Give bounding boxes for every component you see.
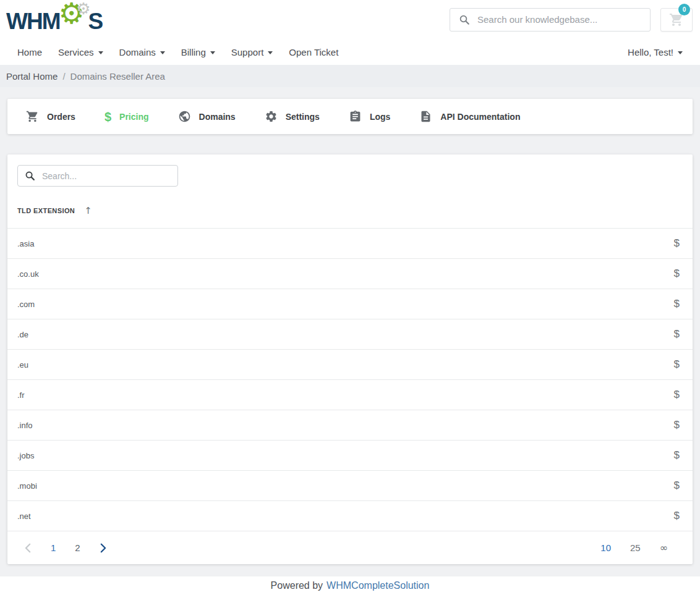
nav-item-domains[interactable]: Domains: [119, 47, 165, 57]
tld-label: .net: [17, 512, 31, 521]
breadcrumb-current: Domains Reseller Area: [70, 71, 165, 82]
cart-icon: [26, 110, 39, 123]
pagination: 1 2 10 25 ∞: [7, 531, 693, 564]
table-row[interactable]: .co.uk $: [7, 258, 693, 289]
table-row[interactable]: .jobs $: [7, 440, 693, 470]
nav-item-support[interactable]: Support: [231, 47, 273, 57]
chevron-down-icon: [678, 51, 683, 54]
module-tab-bar: Orders $ Pricing Domains Settings Logs: [7, 99, 693, 134]
tab-label: Logs: [370, 112, 390, 122]
tld-label: .com: [17, 300, 35, 309]
gray-gear-icon: ⚙: [76, 1, 90, 17]
document-icon: [419, 110, 432, 123]
whmcompletesolution-link[interactable]: WHMCompleteSolution: [327, 580, 429, 591]
tld-label: .mobi: [17, 481, 37, 491]
table-search: [17, 165, 178, 187]
dollar-icon: $: [105, 111, 111, 123]
page-number-1[interactable]: 1: [51, 542, 56, 553]
previous-page-button[interactable]: [25, 543, 32, 553]
user-menu-label: Hello, Test!: [628, 47, 673, 57]
tld-label: .eu: [17, 360, 28, 369]
whmcs-logo[interactable]: WHM ⚙ ⚙ S: [6, 6, 102, 38]
dollar-icon[interactable]: $: [674, 510, 680, 522]
user-menu[interactable]: Hello, Test!: [628, 47, 683, 57]
tab-label: Settings: [286, 112, 320, 122]
dollar-icon[interactable]: $: [674, 298, 680, 310]
page-size-all[interactable]: ∞: [660, 542, 668, 554]
pricing-table-card: TLD EXTENSION ↑ .asia $ .co.uk $ .com $ …: [7, 154, 693, 564]
chevron-down-icon: [98, 51, 103, 54]
dollar-icon[interactable]: $: [674, 268, 680, 280]
column-header-label: TLD EXTENSION: [17, 207, 75, 214]
tab-domains[interactable]: Domains: [178, 110, 236, 123]
nav-item-services[interactable]: Services: [58, 47, 103, 57]
tab-label: API Documentation: [440, 112, 520, 122]
search-icon: [459, 14, 470, 25]
table-row[interactable]: .asia $: [7, 228, 693, 258]
dollar-icon[interactable]: $: [674, 237, 680, 250]
dollar-icon[interactable]: $: [674, 419, 680, 431]
logo-text-prefix: WHM: [6, 9, 59, 35]
table-row[interactable]: .de $: [7, 319, 693, 349]
nav-item-open-ticket[interactable]: Open Ticket: [289, 47, 338, 57]
table-row[interactable]: .info $: [7, 410, 693, 440]
main-nav: Home Services Domains Billing Support Op…: [0, 39, 700, 65]
dollar-icon[interactable]: $: [674, 479, 680, 492]
tab-api-documentation[interactable]: API Documentation: [419, 110, 520, 123]
breadcrumb-separator: /: [62, 71, 65, 82]
header-top: WHM ⚙ ⚙ S 0: [0, 0, 700, 39]
cart-button[interactable]: 0: [660, 8, 693, 32]
table-row[interactable]: .net $: [7, 500, 693, 531]
nav-item-home[interactable]: Home: [17, 47, 42, 57]
chevron-down-icon: [268, 51, 273, 54]
nav-item-billing[interactable]: Billing: [181, 47, 215, 57]
tld-label: .info: [17, 421, 33, 430]
next-page-button[interactable]: [100, 543, 106, 553]
cart-count-badge: 0: [678, 4, 690, 15]
tld-label: .jobs: [17, 451, 34, 460]
chevron-right-icon: [100, 543, 106, 553]
tld-label: .co.uk: [17, 269, 39, 279]
page-number-2[interactable]: 2: [75, 542, 80, 553]
dollar-icon[interactable]: $: [674, 358, 680, 371]
page-size-10[interactable]: 10: [600, 542, 611, 553]
column-header-tld-extension[interactable]: TLD EXTENSION ↑: [17, 205, 683, 228]
tab-logs[interactable]: Logs: [349, 110, 390, 123]
knowledgebase-search-input[interactable]: [477, 14, 641, 25]
tab-label: Pricing: [119, 112, 148, 122]
table-search-input[interactable]: [42, 171, 171, 181]
dollar-icon[interactable]: $: [674, 328, 680, 340]
tld-label: .de: [17, 330, 28, 339]
header: WHM ⚙ ⚙ S 0 Home Services: [0, 0, 700, 65]
tab-label: Orders: [47, 112, 75, 122]
pagination-page-sizes: 10 25 ∞: [600, 542, 668, 554]
pagination-pages: 1 2: [25, 542, 106, 553]
chevron-down-icon: [210, 51, 215, 54]
tld-label: .fr: [17, 390, 25, 400]
gear-icon: [265, 110, 278, 123]
chevron-left-icon: [25, 543, 32, 553]
logo-gears: ⚙ ⚙: [59, 6, 88, 38]
globe-icon: [178, 110, 191, 123]
search-icon: [25, 171, 35, 181]
chevron-down-icon: [160, 51, 165, 54]
sort-ascending-icon: ↑: [84, 205, 92, 216]
knowledgebase-search: [450, 8, 651, 32]
table-row[interactable]: .eu $: [7, 349, 693, 379]
tab-settings[interactable]: Settings: [265, 110, 320, 123]
table-row[interactable]: .com $: [7, 289, 693, 319]
tab-pricing[interactable]: $ Pricing: [105, 111, 149, 123]
tld-label: .asia: [17, 239, 34, 248]
tab-label: Domains: [199, 112, 236, 122]
footer-text: Powered by: [271, 580, 323, 591]
dollar-icon[interactable]: $: [674, 389, 680, 401]
table-row[interactable]: .fr $: [7, 379, 693, 410]
clipboard-icon: [349, 110, 362, 123]
table-row[interactable]: .mobi $: [7, 470, 693, 500]
breadcrumb-portal-home[interactable]: Portal Home: [6, 71, 58, 82]
page-size-25[interactable]: 25: [630, 542, 641, 553]
tab-orders[interactable]: Orders: [26, 110, 75, 123]
dollar-icon[interactable]: $: [674, 449, 680, 462]
main-content: Orders $ Pricing Domains Settings Logs: [0, 87, 700, 576]
breadcrumb: Portal Home / Domains Reseller Area: [0, 65, 700, 87]
